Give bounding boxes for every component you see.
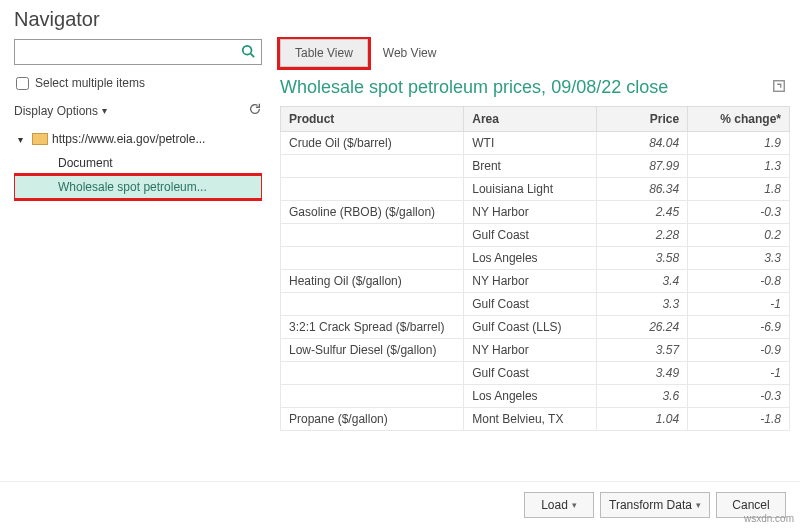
- cell-change: 1.9: [688, 132, 790, 155]
- col-price[interactable]: Price: [596, 107, 688, 132]
- table-row[interactable]: Los Angeles3.583.3: [281, 247, 790, 270]
- data-table: Product Area Price % change* Crude Oil (…: [280, 106, 790, 431]
- chevron-down-icon: ▾: [696, 500, 701, 510]
- cell-change: 1.8: [688, 178, 790, 201]
- cell-price: 3.6: [596, 385, 688, 408]
- cell-area: Brent: [464, 155, 596, 178]
- cell-price: 3.49: [596, 362, 688, 385]
- cell-area: WTI: [464, 132, 596, 155]
- table-row[interactable]: Crude Oil ($/barrel)WTI84.041.9: [281, 132, 790, 155]
- transform-data-button[interactable]: Transform Data ▾: [600, 492, 710, 518]
- col-product[interactable]: Product: [281, 107, 464, 132]
- tree-root[interactable]: ▾ https://www.eia.gov/petrole...: [14, 127, 262, 151]
- tree-item-label: Document: [58, 156, 113, 170]
- cell-change: -1: [688, 362, 790, 385]
- table-row[interactable]: Louisiana Light86.341.8: [281, 178, 790, 201]
- cell-area: NY Harbor: [464, 270, 596, 293]
- cell-change: -0.8: [688, 270, 790, 293]
- cell-area: Gulf Coast: [464, 224, 596, 247]
- cell-area: Gulf Coast: [464, 293, 596, 316]
- tree-item-wholesale[interactable]: Wholesale spot petroleum...: [14, 175, 262, 199]
- cell-product: 3:2:1 Crack Spread ($/barrel): [281, 316, 464, 339]
- cell-product: [281, 362, 464, 385]
- cell-product: [281, 293, 464, 316]
- collapse-icon[interactable]: ▾: [18, 134, 28, 145]
- cell-price: 3.58: [596, 247, 688, 270]
- cell-change: 1.3: [688, 155, 790, 178]
- cancel-button-label: Cancel: [732, 498, 769, 512]
- select-multiple-checkbox[interactable]: [16, 77, 29, 90]
- cell-change: -0.3: [688, 201, 790, 224]
- table-row[interactable]: 3:2:1 Crack Spread ($/barrel)Gulf Coast …: [281, 316, 790, 339]
- table-row[interactable]: Gasoline (RBOB) ($/gallon)NY Harbor2.45-…: [281, 201, 790, 224]
- cell-product: Heating Oil ($/gallon): [281, 270, 464, 293]
- table-row[interactable]: Gulf Coast3.49-1: [281, 362, 790, 385]
- load-button[interactable]: Load ▾: [524, 492, 594, 518]
- cell-price: 3.3: [596, 293, 688, 316]
- cell-price: 86.34: [596, 178, 688, 201]
- folder-icon: [32, 133, 48, 145]
- cell-price: 2.45: [596, 201, 688, 224]
- navigator-dialog: Navigator Select multiple items Display …: [0, 0, 800, 528]
- cell-product: [281, 247, 464, 270]
- search-icon[interactable]: [235, 44, 261, 61]
- tree-root-label: https://www.eia.gov/petrole...: [52, 132, 205, 146]
- cell-area: Louisiana Light: [464, 178, 596, 201]
- table-body: Crude Oil ($/barrel)WTI84.041.9Brent87.9…: [281, 132, 790, 431]
- col-change[interactable]: % change*: [688, 107, 790, 132]
- cell-price: 87.99: [596, 155, 688, 178]
- cell-price: 2.28: [596, 224, 688, 247]
- cell-product: [281, 178, 464, 201]
- table-row[interactable]: Heating Oil ($/gallon)NY Harbor3.4-0.8: [281, 270, 790, 293]
- table-row[interactable]: Brent87.991.3: [281, 155, 790, 178]
- footer-buttons: Load ▾ Transform Data ▾ Cancel: [0, 481, 800, 528]
- table-row[interactable]: Propane ($/gallon)Mont Belvieu, TX1.04-1…: [281, 408, 790, 431]
- table-row[interactable]: Low-Sulfur Diesel ($/gallon)NY Harbor3.5…: [281, 339, 790, 362]
- cell-price: 1.04: [596, 408, 688, 431]
- tab-web-view[interactable]: Web View: [368, 39, 452, 67]
- window-title: Navigator: [0, 0, 800, 37]
- cell-area: Gulf Coast: [464, 362, 596, 385]
- refresh-icon[interactable]: [248, 102, 262, 119]
- col-area[interactable]: Area: [464, 107, 596, 132]
- table-header-row: Product Area Price % change*: [281, 107, 790, 132]
- display-options-row[interactable]: Display Options ▾: [14, 100, 262, 127]
- cell-product: [281, 224, 464, 247]
- cell-price: 3.4: [596, 270, 688, 293]
- tree-item-document[interactable]: Document: [14, 151, 262, 175]
- cell-change: 3.3: [688, 247, 790, 270]
- cell-area: Los Angeles: [464, 247, 596, 270]
- cell-product: Crude Oil ($/barrel): [281, 132, 464, 155]
- chevron-down-icon: ▾: [572, 500, 577, 510]
- table-row[interactable]: Los Angeles3.6-0.3: [281, 385, 790, 408]
- tab-table-view[interactable]: Table View: [280, 39, 368, 67]
- cell-area: Gulf Coast (LLS): [464, 316, 596, 339]
- cell-product: [281, 155, 464, 178]
- cell-product: [281, 385, 464, 408]
- main-content: Select multiple items Display Options ▾ …: [0, 37, 800, 481]
- select-multiple-row[interactable]: Select multiple items: [14, 73, 262, 100]
- cell-change: -1.8: [688, 408, 790, 431]
- load-button-label: Load: [541, 498, 568, 512]
- svg-line-1: [251, 53, 255, 57]
- select-multiple-label: Select multiple items: [35, 76, 145, 90]
- display-options-label: Display Options: [14, 104, 98, 118]
- cell-area: NY Harbor: [464, 201, 596, 224]
- table-row[interactable]: Gulf Coast3.3-1: [281, 293, 790, 316]
- watermark: wsxdn.com: [744, 513, 794, 524]
- search-input[interactable]: [15, 45, 235, 59]
- cell-product: Gasoline (RBOB) ($/gallon): [281, 201, 464, 224]
- transform-button-label: Transform Data: [609, 498, 692, 512]
- cell-price: 26.24: [596, 316, 688, 339]
- panel-refresh-icon[interactable]: [772, 79, 786, 96]
- table-row[interactable]: Gulf Coast2.280.2: [281, 224, 790, 247]
- cell-area: NY Harbor: [464, 339, 596, 362]
- svg-rect-2: [774, 81, 785, 92]
- search-box[interactable]: [14, 39, 262, 65]
- view-tabs: Table View Web View: [280, 39, 790, 67]
- chevron-down-icon: ▾: [102, 105, 107, 116]
- nav-tree: ▾ https://www.eia.gov/petrole... Documen…: [14, 127, 262, 481]
- panel-header: Wholesale spot petroleum prices, 09/08/2…: [280, 73, 790, 106]
- left-pane: Select multiple items Display Options ▾ …: [14, 37, 262, 481]
- svg-point-0: [243, 45, 252, 54]
